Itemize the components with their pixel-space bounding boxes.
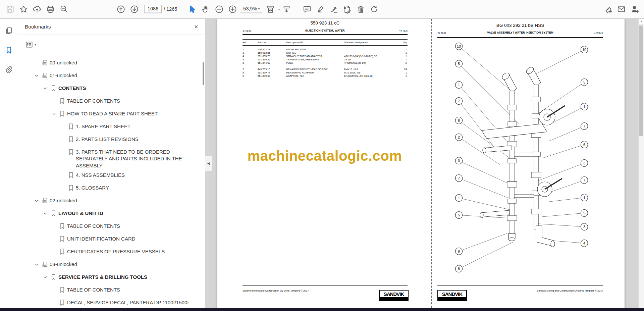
rotate-icon[interactable] <box>368 2 381 16</box>
page-thumbnails-icon[interactable] <box>3 25 15 36</box>
bookmark-item[interactable]: UNIT IDENTIFICATION CARD <box>18 233 202 246</box>
sidebar-scrollbar-thumb[interactable] <box>203 62 204 85</box>
bookmark-label: TABLE OF CONTENTS <box>66 98 120 104</box>
svg-text:7: 7 <box>458 176 460 180</box>
svg-text:1: 1 <box>583 105 585 109</box>
page-number-input[interactable] <box>144 5 162 13</box>
chevron-down-icon[interactable] <box>42 210 49 216</box>
sign-icon[interactable] <box>327 2 341 16</box>
table-cell: STRAIGHT THREAD ADAPTER <box>286 55 344 58</box>
previous-page-icon[interactable] <box>114 2 127 16</box>
chevron-down-icon[interactable] <box>42 274 49 280</box>
bookmark-item[interactable]: CONTENTS <box>18 82 202 95</box>
chevron-down-icon[interactable] <box>33 72 40 79</box>
part-callout: 7 <box>581 123 588 130</box>
part-callout: 10 <box>455 43 463 50</box>
table-cell <box>344 48 394 51</box>
collapse-panel-button[interactable]: ◄ <box>205 156 212 171</box>
next-page-icon[interactable] <box>127 2 141 16</box>
svg-text:10: 10 <box>457 44 461 48</box>
chevron-down-icon[interactable] <box>42 85 49 91</box>
bookmark-item[interactable]: DECAL, SERVICE DECAL, PANTERA DP 1100I/1… <box>18 297 202 309</box>
column-header: Qty <box>394 41 408 44</box>
chevron-down-icon[interactable] <box>33 197 40 204</box>
bookmarks-panel-icon[interactable] <box>3 44 15 56</box>
document-bookmark-icon <box>40 197 49 204</box>
vertical-scrollbar[interactable]: ▲ <box>638 19 644 311</box>
bookmark-label: LAYOUT & UNIT ID <box>58 210 103 217</box>
bookmark-item[interactable]: CERTIFICATES OF PRESSURE VESSELS <box>18 246 202 258</box>
table-row: 1550 922 73VALVE SECTION1 <box>243 48 408 51</box>
bookmark-label: CONTENTS <box>58 85 86 92</box>
table-cell: 1 <box>394 58 408 61</box>
table-cell: 1 <box>394 71 408 74</box>
bookmark-item[interactable]: TABLE OF CONTENTS <box>18 220 202 233</box>
bookmark-item[interactable]: 02-unlocked <box>18 195 202 207</box>
zoom-level-label: 53,9% <box>243 6 257 11</box>
star-icon[interactable] <box>17 2 30 16</box>
bookmark-label: 2. PARTS LIST REVISIONS <box>75 136 139 143</box>
pdf-page-spread: 550 923 11 cC 170531 INJECTION SYSTEM, W… <box>217 19 625 311</box>
chevron-down-icon[interactable] <box>33 261 40 267</box>
zoom-out-icon[interactable] <box>212 2 226 16</box>
column-header: Ref. <box>243 41 258 44</box>
toolbar: / 1265 53,9% ▾ ▾ <box>0 0 644 18</box>
bookmark-item[interactable]: SERVICE PARTS & DRILLING TOOLS <box>18 271 202 284</box>
attachments-icon[interactable] <box>3 64 15 75</box>
bookmark-item[interactable]: 00-unlocked <box>18 57 202 69</box>
table-cell: 5 <box>243 58 258 61</box>
zoom-in-icon[interactable] <box>226 2 239 16</box>
column-header: Description EN <box>286 41 344 44</box>
highlight-icon[interactable] <box>314 2 327 16</box>
comment-icon[interactable] <box>301 2 314 16</box>
part-callout: 7 <box>455 98 463 105</box>
bookmark-item[interactable]: 4. NSS ASSEMBLIES <box>18 169 202 182</box>
table-cell: 6 <box>243 61 258 65</box>
table-cell: 551 844 50 <box>258 61 286 65</box>
scrollbar-thumb[interactable] <box>639 25 643 136</box>
bookmark-item[interactable]: 5. GLOSSARY <box>18 182 202 195</box>
page-total-label: / 1265 <box>164 6 177 12</box>
scrolling-mode-icon[interactable] <box>280 2 293 16</box>
bookmark-item[interactable]: 01-unlocked <box>18 69 202 82</box>
table-cell <box>344 51 394 55</box>
fit-width-icon[interactable] <box>264 2 277 16</box>
toolbar-separator <box>182 3 182 15</box>
delete-icon[interactable] <box>354 2 368 16</box>
email-icon[interactable] <box>614 2 628 16</box>
bookmark-item[interactable]: TABLE OF CONTENTS <box>18 284 202 297</box>
close-icon[interactable]: ✕ <box>194 24 198 30</box>
bookmark-item[interactable]: 03-unlocked <box>18 258 202 271</box>
save-icon[interactable] <box>3 2 17 16</box>
bookmarks-panel: Bookmarks ✕ ▾ 00-unlocked01-unlockedCONT… <box>18 19 205 311</box>
part-callout: 1 <box>581 103 588 110</box>
svg-text:6: 6 <box>583 143 585 147</box>
table-cell: MEASURING ADAPTER <box>286 71 344 74</box>
svg-text:1: 1 <box>583 196 585 200</box>
bookmark-ribbon-icon <box>58 287 66 293</box>
bookmark-item[interactable]: 1. SPARE PART SHEET <box>18 120 202 133</box>
bookmark-label: UNIT IDENTIFICATION CARD <box>66 236 136 242</box>
bookmark-item[interactable]: LAYOUT & UNIT ID <box>18 207 202 220</box>
table-row: 3550 913 85ORIFICE1 <box>243 51 408 55</box>
select-tool-icon[interactable] <box>185 2 199 16</box>
edit-page-icon[interactable] <box>341 2 354 16</box>
zoom-level-dropdown[interactable]: 53,9% ▾ <box>240 5 262 13</box>
bookmark-item[interactable]: TABLE OF CONTENTS <box>18 95 202 108</box>
share-upload-icon[interactable] <box>30 2 44 16</box>
bookmark-item[interactable]: 2. PARTS LIST REVISIONS <box>18 133 202 146</box>
bookmark-options-button[interactable]: ▾ <box>25 40 36 49</box>
bookmark-ribbon-icon <box>49 274 58 280</box>
bookmark-item[interactable]: HOW TO READ A SPARE PART SHEET <box>18 108 202 120</box>
hand-tool-icon[interactable] <box>199 2 212 16</box>
bookmark-ribbon-icon <box>66 136 75 143</box>
search-icon[interactable] <box>57 2 70 16</box>
share-link-icon[interactable] <box>601 2 614 16</box>
svg-text:8: 8 <box>458 267 460 271</box>
bookmark-label: 4. NSS ASSEMBLIES <box>75 172 125 178</box>
chevron-down-icon[interactable] <box>50 110 58 117</box>
bookmark-item[interactable]: 3. PARTS THAT NEED TO BE ORDERED SEPARAT… <box>18 146 202 169</box>
print-icon[interactable] <box>44 2 57 16</box>
add-user-icon[interactable] <box>628 2 641 16</box>
scroll-up-arrow[interactable]: ▲ <box>639 19 644 24</box>
